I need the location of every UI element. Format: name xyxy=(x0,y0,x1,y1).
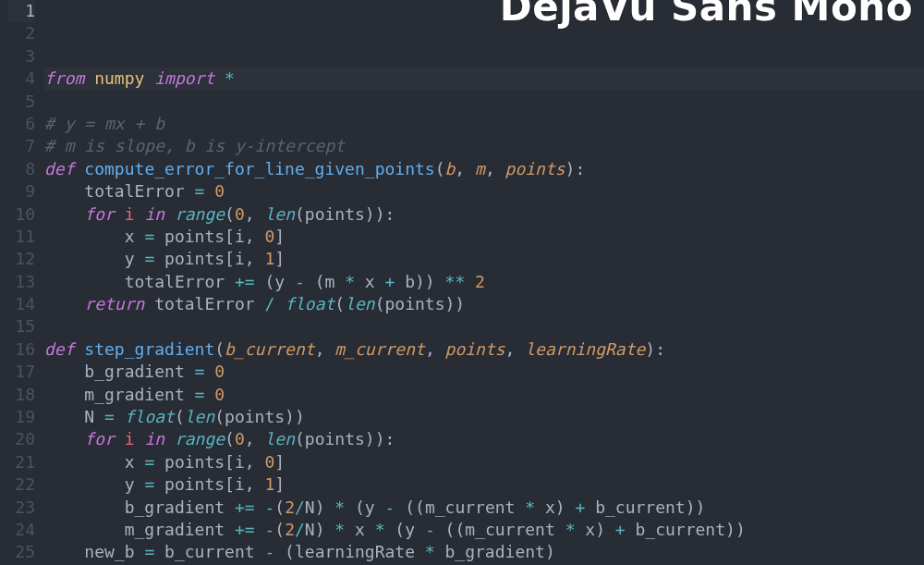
line-number-gutter: 1234567891011121314151617181920212223242… xyxy=(0,0,44,565)
token-txt: ( xyxy=(274,520,285,539)
line-number: 21 xyxy=(7,451,35,473)
line-number: 7 xyxy=(7,135,35,157)
token-txt: ( xyxy=(214,339,225,359)
token-bi: len xyxy=(185,407,215,426)
token-prm: points xyxy=(505,159,565,178)
token-txt: points[i, xyxy=(154,452,264,472)
token-cmt: # m is slope, b is y-intercept xyxy=(44,136,345,155)
code-line[interactable]: # m is slope, b is y-intercept xyxy=(44,135,924,157)
token-op: * xyxy=(345,272,355,291)
token-txt: x) xyxy=(575,520,614,539)
token-prm: b xyxy=(445,159,456,178)
token-kw: from xyxy=(44,68,94,88)
token-txt: ] xyxy=(274,474,285,494)
token-op: / xyxy=(295,497,305,517)
code-line[interactable]: return totalError / float(len(points)) xyxy=(44,293,924,315)
code-line[interactable]: y = points[i, 1] xyxy=(44,248,924,270)
token-txt: totalError xyxy=(44,181,195,201)
code-line[interactable]: for i in range(0, len(points)): xyxy=(44,428,924,450)
token-kw: for xyxy=(84,429,124,448)
token-prm: points xyxy=(445,339,505,359)
code-area[interactable]: DejaVu Sans Mono from numpy import *# y … xyxy=(44,0,924,565)
token-def: step_gradient xyxy=(84,339,214,359)
token-txt: new_b xyxy=(44,542,144,561)
code-line[interactable]: def step_gradient(b_current, m_current, … xyxy=(44,338,924,361)
line-number: 18 xyxy=(7,384,35,406)
token-prm: b_current xyxy=(225,339,315,359)
token-txt xyxy=(255,520,265,539)
code-editor[interactable]: 1234567891011121314151617181920212223242… xyxy=(0,0,924,565)
token-txt: N) xyxy=(305,520,335,539)
token-bi: float xyxy=(125,407,175,426)
code-line[interactable]: m_gradient = 0 xyxy=(44,384,924,406)
token-def: compute_error_for_line_given_points xyxy=(84,159,434,178)
code-line[interactable]: m_gradient += -(2/N) * x * (y - ((m_curr… xyxy=(44,519,924,541)
token-op: = xyxy=(195,181,205,201)
token-txt xyxy=(204,385,214,404)
line-number: 20 xyxy=(7,428,35,450)
code-line[interactable]: y = points[i, 1] xyxy=(44,473,924,496)
token-txt: points[i, xyxy=(154,474,264,494)
token-num: 0 xyxy=(214,181,225,201)
token-txt: b)) xyxy=(395,272,444,291)
token-txt: points[i, xyxy=(154,227,264,246)
token-txt: ((m_current xyxy=(395,497,525,517)
token-txt: (points)) xyxy=(375,294,466,313)
token-op: - xyxy=(264,497,274,517)
code-line[interactable]: for i in range(0, len(points)): xyxy=(44,203,924,226)
token-txt: (points)): xyxy=(295,429,395,448)
line-number: 15 xyxy=(7,315,35,338)
token-kw: import xyxy=(154,68,214,88)
token-txt: (y xyxy=(385,520,425,539)
line-number: 25 xyxy=(7,541,35,563)
token-op: = xyxy=(144,249,154,268)
token-txt: , xyxy=(315,339,335,359)
token-op: * xyxy=(225,68,235,88)
token-op: / xyxy=(295,520,305,539)
code-line[interactable]: x = points[i, 0] xyxy=(44,226,924,248)
token-bi: len xyxy=(264,204,295,224)
token-txt xyxy=(255,497,265,517)
token-txt: b_current xyxy=(154,542,264,561)
token-kw: def xyxy=(44,339,84,359)
token-num: 0 xyxy=(264,452,274,472)
line-number: 4 xyxy=(7,68,35,90)
token-txt: b_gradient) xyxy=(435,542,555,561)
code-line[interactable]: from numpy import * xyxy=(44,68,924,90)
token-op: - xyxy=(385,497,395,517)
token-txt xyxy=(274,294,285,313)
token-kw: for xyxy=(84,204,124,224)
code-line[interactable]: def compute_error_for_line_given_points(… xyxy=(44,158,924,180)
code-line[interactable]: x = points[i, 0] xyxy=(44,451,924,473)
token-txt xyxy=(135,204,145,224)
code-line[interactable]: b_gradient = 0 xyxy=(44,361,924,383)
token-op: += xyxy=(235,272,255,291)
token-op: - xyxy=(425,520,435,539)
code-line[interactable] xyxy=(44,316,924,338)
token-txt xyxy=(204,181,214,201)
code-line[interactable]: totalError += (y - (m * x + b)) ** 2 xyxy=(44,271,924,293)
token-txt xyxy=(44,429,84,448)
code-line[interactable]: new_b = b_current - (learningRate * b_gr… xyxy=(44,541,924,563)
token-bi: range xyxy=(175,429,225,448)
token-txt xyxy=(214,68,225,88)
line-number: 13 xyxy=(7,271,35,293)
token-op: * xyxy=(334,520,345,539)
code-line[interactable] xyxy=(44,91,924,113)
code-line[interactable]: # y = mx + b xyxy=(44,113,924,135)
token-txt: , xyxy=(245,429,265,448)
token-txt: totalError xyxy=(154,294,264,313)
token-op: - xyxy=(264,520,274,539)
code-line[interactable]: totalError = 0 xyxy=(44,180,924,203)
line-number: 9 xyxy=(7,180,35,203)
token-op: * xyxy=(565,520,576,539)
token-txt: b_gradient xyxy=(44,497,235,517)
token-txt: (m xyxy=(305,272,345,291)
line-number: 14 xyxy=(7,293,35,315)
code-line[interactable]: b_gradient += -(2/N) * (y - ((m_current … xyxy=(44,497,924,519)
token-op: + xyxy=(575,497,585,517)
token-txt: y xyxy=(44,474,144,494)
code-line[interactable]: N = float(len(points)) xyxy=(44,406,924,428)
token-op: += xyxy=(235,497,255,517)
token-txt: x xyxy=(345,520,375,539)
